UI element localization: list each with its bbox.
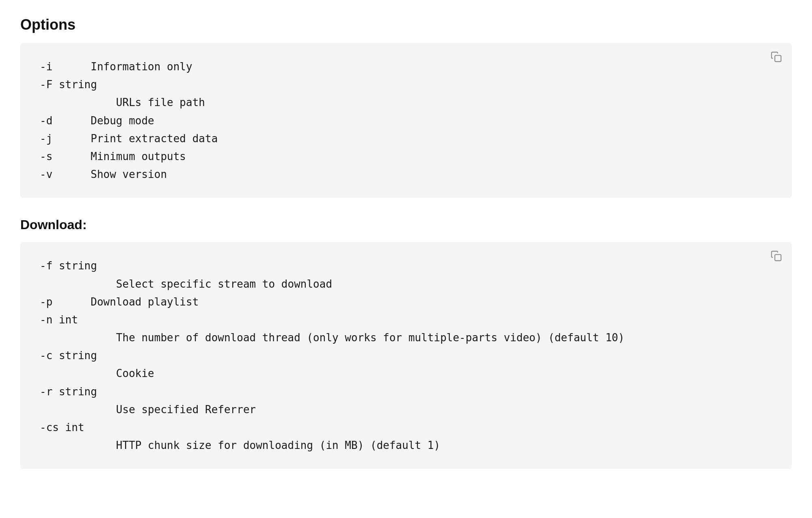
download-code-content: -f string Select specific stream to down…: [40, 257, 772, 454]
copy-icon-options[interactable]: [771, 51, 782, 65]
svg-rect-0: [775, 56, 781, 62]
svg-rect-1: [775, 255, 781, 261]
options-title: Options: [20, 16, 792, 33]
code-line: -v Show version: [40, 165, 772, 183]
code-line: -f string: [40, 257, 772, 275]
options-code-content: -i Information only -F string URLs file …: [40, 58, 772, 183]
code-line: -p Download playlist: [40, 293, 772, 311]
code-line: The number of download thread (only work…: [40, 329, 772, 347]
code-line: -i Information only: [40, 58, 772, 76]
copy-icon-download[interactable]: [771, 250, 782, 264]
code-line: Use specified Referrer: [40, 401, 772, 418]
download-title: Download:: [20, 217, 792, 232]
code-line: -c string: [40, 347, 772, 364]
code-line: -cs int: [40, 418, 772, 436]
code-line: HTTP chunk size for downloading (in MB) …: [40, 436, 772, 454]
download-code-block: -f string Select specific stream to down…: [20, 242, 792, 469]
code-line: -d Debug mode: [40, 112, 772, 130]
code-line: -n int: [40, 311, 772, 329]
options-code-block: -i Information only -F string URLs file …: [20, 43, 792, 198]
code-line: -j Print extracted data: [40, 130, 772, 147]
code-line: -F string: [40, 76, 772, 93]
code-line: Cookie: [40, 364, 772, 382]
code-line: Select specific stream to download: [40, 275, 772, 293]
code-line: URLs file path: [40, 93, 772, 111]
code-line: -r string: [40, 383, 772, 401]
code-line: -s Minimum outputs: [40, 147, 772, 165]
